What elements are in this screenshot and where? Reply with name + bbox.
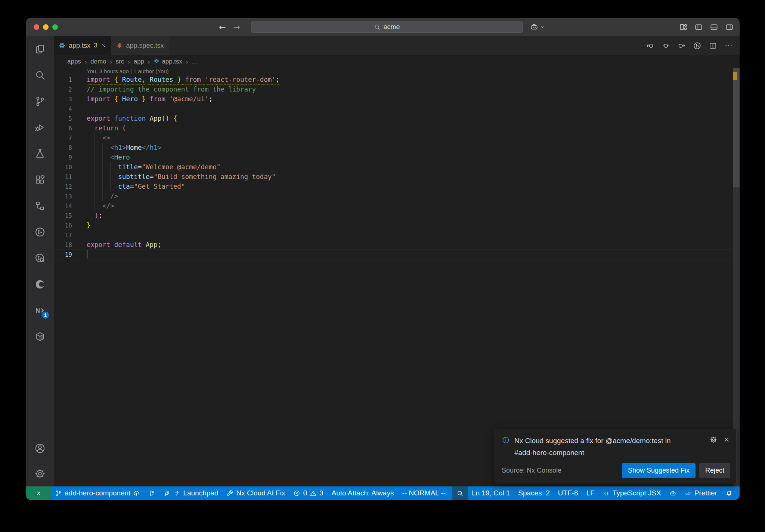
rocket-icon (164, 490, 171, 497)
package-explorer-icon[interactable] (26, 324, 54, 350)
line-number[interactable]: 8 (54, 144, 72, 151)
more-actions-icon[interactable] (724, 41, 733, 50)
change-review-icon[interactable] (26, 245, 54, 271)
eol-item[interactable]: LF (582, 486, 599, 500)
language-mode-item[interactable]: {}TypeScript JSX (599, 486, 665, 500)
vscode-window: ← → acme N1 a (26, 18, 740, 500)
accounts-icon[interactable] (26, 436, 54, 461)
line-number[interactable]: 11 (54, 173, 72, 180)
line-number[interactable]: 1 (54, 76, 72, 83)
line-number[interactable]: 13 (54, 193, 72, 200)
code-text: import { Route, Routes } from 'react-rou… (87, 76, 279, 83)
line-number[interactable]: 18 (54, 241, 72, 248)
cursor-position-item[interactable]: Ln 19, Col 1 (468, 486, 514, 500)
line-number[interactable]: 5 (54, 115, 72, 122)
encoding-item[interactable]: UTF-8 (554, 486, 582, 500)
line-number[interactable]: 16 (54, 222, 72, 229)
status-label: TypeScript JSX (613, 489, 661, 497)
toggle-secondary-sidebar-icon[interactable] (725, 23, 734, 31)
line-number[interactable]: 14 (54, 202, 72, 210)
reject-button[interactable]: Reject (699, 463, 730, 478)
breadcrumb-item[interactable]: src (116, 58, 124, 65)
scm-graph-icon[interactable] (26, 219, 54, 245)
extensions-icon[interactable] (26, 167, 54, 193)
customize-layout-icon[interactable] (679, 23, 688, 31)
navigate-back-icon[interactable]: ← (219, 22, 226, 32)
nx-cloud-ai-fix-item[interactable]: Nx Cloud AI Fix (222, 486, 289, 500)
change-marker-icon[interactable] (662, 41, 670, 50)
line-number[interactable]: 6 (54, 125, 72, 132)
code-editor[interactable]: You, 3 hours ago | 1 author (You) 1impor… (54, 68, 740, 486)
command-center-search[interactable]: acme (251, 21, 523, 33)
git-blame-codelens[interactable]: You, 3 hours ago | 1 author (You) (87, 68, 169, 75)
breadcrumb-item[interactable]: apps (67, 58, 81, 65)
tab-app-tsx[interactable]: app.tsx 3 (54, 36, 111, 55)
notification-close-icon[interactable] (723, 436, 730, 443)
remote-indicator[interactable] (26, 486, 51, 500)
line-number[interactable]: 3 (54, 96, 72, 103)
tab-app-spec-tsx[interactable]: app.spec.tsx (111, 36, 169, 55)
auto-attach-item[interactable]: Auto Attach: Always (328, 486, 398, 500)
show-suggested-fix-button[interactable]: Show Suggested Fix (622, 463, 696, 478)
source-control-graph-icon[interactable] (693, 41, 701, 50)
cloud-upload-icon (133, 490, 140, 497)
git-branch-item[interactable]: add-hero-component (51, 486, 144, 500)
indentation-item[interactable]: Spaces: 2 (514, 486, 554, 500)
nx-console-icon[interactable]: N1 (26, 297, 54, 324)
vim-mode-item[interactable]: -- NORMAL -- (398, 486, 449, 500)
line-number[interactable]: 2 (54, 86, 72, 93)
breadcrumb-item[interactable]: … (192, 58, 198, 65)
breadcrumb-item[interactable]: demo (90, 58, 106, 65)
code-line: 14 </> (54, 201, 733, 211)
testing-icon[interactable] (26, 140, 54, 167)
react-icon (116, 42, 123, 49)
line-number[interactable]: 19 (54, 251, 72, 258)
status-label: -- NORMAL -- (402, 489, 445, 497)
prettier-item[interactable]: Prettier (681, 486, 721, 500)
zoom-indicator-item[interactable] (452, 486, 468, 500)
project-structure-icon[interactable] (26, 193, 54, 219)
line-number[interactable]: 15 (54, 212, 72, 219)
status-label: UTF-8 (558, 489, 578, 497)
edge-browser-icon[interactable] (26, 271, 54, 297)
zoom-button[interactable] (52, 24, 58, 30)
explorer-icon[interactable] (26, 36, 54, 62)
line-number[interactable]: 10 (54, 164, 72, 171)
breadcrumb-item[interactable]: app (134, 58, 144, 65)
launchpad-item[interactable]: Launchpad (159, 486, 222, 500)
code-body: 1import { Route, Routes } from 'react-ro… (54, 75, 733, 259)
settings-gear-icon[interactable] (26, 461, 54, 486)
line-number[interactable]: 17 (54, 232, 72, 239)
breadcrumb-separator: › (84, 58, 87, 66)
code-line: 2// importing the component from the lib… (54, 84, 733, 94)
previous-change-start-icon[interactable] (646, 41, 654, 50)
search-icon[interactable] (26, 62, 54, 88)
line-number[interactable]: 7 (54, 134, 72, 142)
toggle-panel-icon[interactable] (710, 23, 718, 31)
code-text: subtitle="Build something amazing today" (87, 173, 276, 180)
scm-pipeline-item[interactable] (144, 486, 159, 500)
line-number[interactable]: 9 (54, 154, 72, 161)
run-and-debug-icon[interactable] (26, 114, 54, 140)
copilot-menu[interactable] (530, 18, 545, 36)
copilot-item[interactable] (665, 486, 681, 500)
line-number[interactable]: 4 (54, 105, 72, 112)
window-controls (26, 24, 58, 30)
scrollbar-slider[interactable] (733, 68, 740, 188)
line-number[interactable]: 12 (54, 183, 72, 190)
problems-item[interactable]: 03 (289, 486, 327, 500)
close-button[interactable] (34, 24, 39, 30)
navigate-forward-icon[interactable]: → (233, 22, 240, 32)
code-text: <Hero (87, 154, 130, 161)
next-change-icon[interactable] (677, 41, 686, 50)
notifications-bell-item[interactable] (721, 486, 737, 500)
split-editor-icon[interactable] (709, 41, 717, 50)
status-label: Launchpad (183, 489, 218, 497)
notification-settings-gear-icon[interactable] (710, 436, 717, 443)
error-icon (293, 490, 300, 497)
toggle-primary-sidebar-icon[interactable] (694, 23, 703, 31)
source-control-icon[interactable] (26, 88, 54, 114)
close-tab-icon[interactable] (101, 43, 106, 49)
minimize-button[interactable] (43, 24, 49, 30)
breadcrumb-item[interactable]: app.tsx (154, 58, 182, 66)
